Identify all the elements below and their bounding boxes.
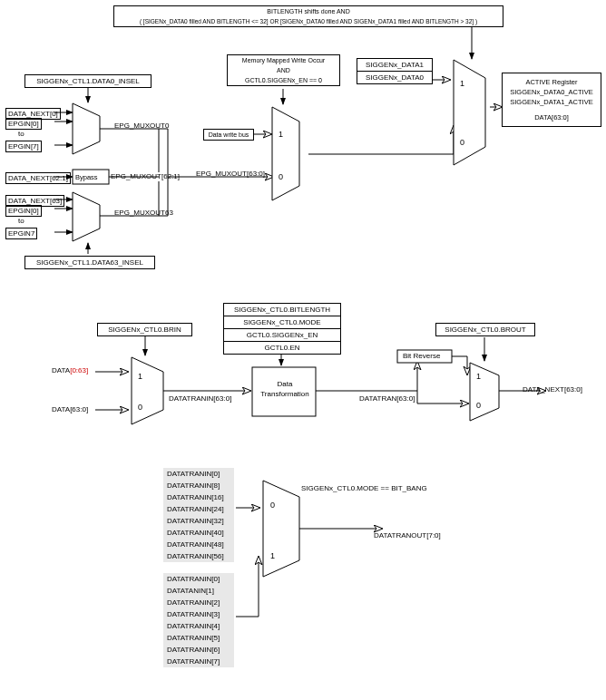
svg-text:1: 1 <box>460 79 464 88</box>
bot-list-b: DATATRANIN[0] DATATANIN[1] DATATRANIN[2]… <box>163 573 234 667</box>
emo62: EPG_MUXOUT[62:1] <box>111 172 180 180</box>
mem1: Memory Mapped Write Occur <box>228 55 339 65</box>
active-r2: SIGGENx_DATA1_ACTIVE <box>504 97 599 107</box>
active-r1: SIGGENx_DATA0_ACTIVE <box>504 87 599 97</box>
svg-text:0: 0 <box>476 401 481 410</box>
svg-text:0: 0 <box>138 403 142 412</box>
svg-text:1: 1 <box>270 551 275 560</box>
memwrite-box: Memory Mapped Write Occur AND GCTL0.SIGG… <box>227 54 340 86</box>
svg-text:0: 0 <box>279 172 283 181</box>
ep0: EPGIN[0] <box>5 118 42 130</box>
active-r3: DATA[63:0] <box>504 112 599 122</box>
ctl0brin: SIGGENx_CTL0.BRIN <box>97 323 192 336</box>
data-write-bus: Data write bus <box>203 129 254 141</box>
ctl0brout: SIGGENx_CTL0.BROUT <box>435 323 535 336</box>
svg-text:1: 1 <box>138 372 142 381</box>
data-fwd: DATA[63:0] <box>52 405 88 413</box>
mem3: GCTL0.SIGGENx_EN == 0 <box>228 75 339 85</box>
bot-list-a: DATATRANIN[0] DATATRANIN[8] DATATRANIN[1… <box>163 468 234 562</box>
emo63: EPG_MUXOUT63 <box>114 209 173 217</box>
d0: SIGGENx_DATA0 <box>357 72 432 83</box>
ep0b: EPGIN[0] <box>5 205 42 217</box>
active-reg: ACTIVE Register SIGGENx_DATA0_ACTIVE SIG… <box>502 73 601 127</box>
svg-text:1: 1 <box>476 372 481 381</box>
emo0: EPG_MUXOUT0 <box>114 122 169 130</box>
bot-out: DATATRANOUT[7:0] <box>374 531 441 540</box>
data-rev: DATA[0:63] <box>52 366 88 374</box>
tranin: DATATRANIN[63:0] <box>169 394 231 403</box>
ctl1-data63: SIGGENx_CTL1.DATA63_INSEL <box>24 256 155 269</box>
to1: to <box>18 130 24 138</box>
d1: SIGGENx_DATA1 <box>357 59 432 72</box>
bypass: Bypass <box>75 173 98 181</box>
cond-line1: BITLENGTH shifts done AND <box>114 6 503 16</box>
data-transform: DataTransformation <box>259 379 310 399</box>
bot-cond: SIGGENx_CTL0.MODE == BIT_BANG <box>301 484 427 492</box>
mem2: AND <box>228 65 339 75</box>
svg-text:0: 0 <box>460 138 464 147</box>
cond-box: BITLENGTH shifts done AND ( [SIGENx_DATA… <box>113 5 503 27</box>
to2: to <box>18 217 24 225</box>
ctl1-data0: SIGGENx_CTL1.DATA0_INSEL <box>24 74 152 88</box>
data-regs: SIGGENx_DATA1 SIGGENx_DATA0 <box>357 58 433 84</box>
active-title: ACTIVE Register <box>504 77 599 87</box>
ep7b: EPGIN7 <box>5 228 37 239</box>
dn-out: DATA_NEXT[63:0] <box>523 385 582 394</box>
ep7: EPGIN[7] <box>5 141 42 152</box>
dn62: DATA_NEXT[62:1] <box>5 172 71 184</box>
cond-line2: ( [SIGENx_DATA0 filled AND BITLENGTH <= … <box>114 16 503 26</box>
datatran: DATATRAN[63:0] <box>359 394 415 403</box>
emo-bus: EPG_MUXOUT[63:0] <box>196 170 265 178</box>
svg-text:0: 0 <box>270 501 275 510</box>
bitrev: Bit Reverse <box>403 352 440 360</box>
params-box: SIGGENx_CTL0.BITLENGTH SIGGENx_CTL0.MODE… <box>223 303 341 355</box>
svg-text:1: 1 <box>279 130 283 139</box>
